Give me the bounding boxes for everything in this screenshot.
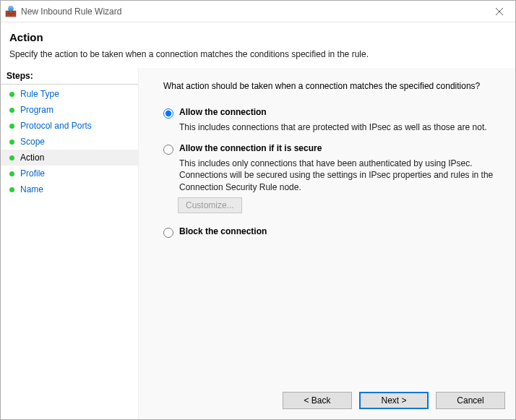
wizard-footer: < Back Next > Cancel: [139, 385, 515, 419]
cancel-button[interactable]: Cancel: [436, 392, 505, 409]
option-allow-secure-title: Allow the connection if it is secure: [179, 143, 322, 153]
option-allow-title: Allow the connection: [179, 107, 267, 117]
option-allow-secure-desc: This includes only connections that have…: [179, 158, 498, 193]
back-button[interactable]: < Back: [283, 392, 352, 409]
step-label: Profile: [20, 168, 45, 179]
radio-allow-secure[interactable]: [163, 145, 173, 155]
step-label: Protocol and Ports: [20, 121, 92, 131]
firewall-icon: [5, 6, 17, 17]
steps-sidebar: Steps: Rule Type Program Protocol and Po…: [1, 68, 138, 419]
bullet-icon: [9, 187, 14, 192]
step-action[interactable]: Action: [1, 150, 138, 166]
step-name[interactable]: Name: [1, 181, 138, 197]
step-label: Scope: [20, 137, 45, 147]
bullet-icon: [9, 108, 14, 113]
step-program[interactable]: Program: [1, 102, 138, 118]
main-panel: What action should be taken when a conne…: [138, 68, 515, 419]
next-button[interactable]: Next >: [359, 392, 429, 409]
bullet-icon: [9, 92, 14, 97]
wizard-header: Action Specify the action to be taken wh…: [1, 22, 515, 68]
step-label: Name: [20, 184, 43, 194]
step-label: Program: [20, 105, 53, 115]
step-protocol-ports[interactable]: Protocol and Ports: [1, 118, 138, 134]
step-label: Action: [20, 153, 44, 163]
bullet-icon: [9, 124, 14, 129]
steps-list: Rule Type Program Protocol and Ports Sco…: [1, 85, 138, 197]
radio-allow[interactable]: [163, 108, 173, 119]
step-rule-type[interactable]: Rule Type: [1, 86, 138, 102]
page-description: Specify the action to be taken when a co…: [9, 49, 507, 59]
option-allow-desc: This includes connections that are prote…: [179, 121, 498, 133]
page-title: Action: [9, 31, 507, 43]
wizard-body: Steps: Rule Type Program Protocol and Po…: [1, 68, 515, 419]
customize-button: Customize...: [178, 197, 242, 213]
option-block[interactable]: Block the connection: [163, 226, 498, 238]
step-profile[interactable]: Profile: [1, 166, 138, 181]
option-allow[interactable]: Allow the connection: [163, 107, 498, 119]
wizard-window: New Inbound Rule Wizard Action Specify t…: [0, 0, 516, 420]
titlebar: New Inbound Rule Wizard: [1, 1, 515, 22]
content-area: What action should be taken when a conne…: [139, 68, 515, 385]
bullet-icon: [9, 155, 14, 160]
bullet-icon: [9, 140, 14, 145]
question-text: What action should be taken when a conne…: [163, 81, 498, 91]
option-block-title: Block the connection: [179, 226, 267, 236]
step-scope[interactable]: Scope: [1, 134, 138, 150]
option-allow-secure[interactable]: Allow the connection if it is secure: [163, 143, 498, 155]
steps-heading: Steps:: [1, 68, 138, 85]
radio-block[interactable]: [163, 228, 173, 238]
step-label: Rule Type: [20, 89, 59, 99]
close-button[interactable]: [483, 1, 515, 22]
bullet-icon: [9, 171, 14, 176]
window-title: New Inbound Rule Wizard: [21, 7, 483, 17]
